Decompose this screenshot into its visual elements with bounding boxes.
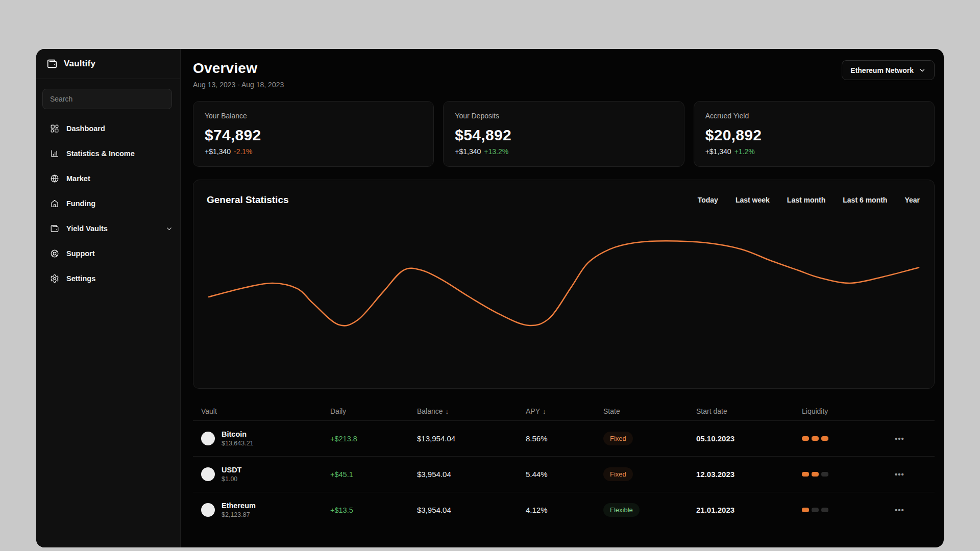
coin-avatar	[201, 503, 215, 517]
tab-last-month[interactable]: Last month	[787, 196, 825, 204]
vault-price: $2,123.87	[222, 511, 256, 518]
tab-last-6-month[interactable]: Last 6 month	[843, 196, 887, 204]
table-row-usdt[interactable]: USDT $1.00 +$45.1 $3,954.04 5.44% Fixed …	[193, 456, 935, 492]
vault-cell: USDT $1.00	[201, 466, 330, 483]
sidebar-item-dashboard[interactable]: Dashboard	[36, 118, 180, 139]
statistics-line-chart	[209, 237, 919, 329]
vault-cell: Ethereum $2,123.87	[201, 502, 330, 518]
gear-icon	[50, 274, 59, 283]
card-value: $54,892	[455, 127, 672, 144]
balance-value: $13,954.04	[417, 434, 526, 443]
liquidity-indicator	[802, 436, 895, 441]
card-label: Your Balance	[205, 112, 422, 120]
start-date: 05.10.2023	[696, 434, 802, 443]
apy-value: 8.56%	[526, 434, 603, 443]
sidebar-item-label: Yield Vaults	[66, 224, 108, 233]
state-badge: Flexible	[603, 503, 640, 517]
column-header-vault: Vault	[201, 407, 330, 415]
start-date: 12.03.2023	[696, 470, 802, 479]
chart-title: General Statistics	[207, 194, 289, 206]
vault-name: USDT	[222, 466, 241, 474]
balance-value: $3,954.04	[417, 506, 526, 514]
table-row-bitcoin[interactable]: Bitcoin $13,643.21 +$213.8 $13,954.04 8.…	[193, 420, 935, 456]
vault-cell: Bitcoin $13,643.21	[201, 430, 330, 447]
life-buoy-icon	[50, 249, 59, 258]
card-delta: +$1,340+1.2%	[705, 147, 923, 156]
sidebar-item-statistics-income[interactable]: Statistics & Income	[36, 143, 180, 164]
row-more-button[interactable]: •••	[895, 506, 904, 514]
sidebar-item-label: Statistics & Income	[66, 149, 135, 158]
card-label: Accrued Yield	[705, 112, 923, 120]
sort-desc-icon: ↓	[446, 408, 449, 415]
card-your-deposits: Your Deposits $54,892 +$1,340+13.2%	[443, 101, 684, 167]
apy-value: 4.12%	[526, 506, 603, 514]
card-value: $74,892	[205, 127, 422, 144]
row-more-button[interactable]: •••	[895, 434, 904, 443]
search-input[interactable]	[42, 89, 172, 109]
vault-name: Ethereum	[222, 502, 256, 510]
column-header-balance[interactable]: Balance↓	[417, 407, 526, 415]
daily-change: +$13.5	[330, 506, 417, 514]
card-accrued-yield: Accrued Yield $20,892 +$1,340+1.2%	[694, 101, 935, 167]
column-header-liquidity: Liquidity	[802, 407, 895, 415]
liquidity-indicator	[802, 472, 895, 477]
card-delta-percent: +13.2%	[484, 147, 508, 156]
vault-name: Bitcoin	[222, 430, 254, 438]
apy-value: 5.44%	[526, 470, 603, 479]
vaults-table: Vault Daily Balance↓ APY↓ State Start da…	[193, 402, 935, 528]
card-your-balance: Your Balance $74,892 +$1,340-2.1%	[193, 101, 434, 167]
sidebar: Vaultify Dashboard Statistics & Income	[36, 49, 181, 547]
sidebar-item-label: Settings	[66, 274, 95, 283]
sidebar-item-settings[interactable]: Settings	[36, 268, 180, 289]
sidebar-item-label: Dashboard	[66, 124, 105, 133]
column-header-apy[interactable]: APY↓	[526, 407, 603, 415]
network-selector-button[interactable]: Ethereum Network	[842, 60, 935, 80]
vault-price: $13,643.21	[222, 440, 254, 447]
page-title: Overview	[193, 60, 284, 77]
sort-desc-icon: ↓	[543, 408, 546, 415]
dashboard-grid-icon	[50, 124, 59, 133]
card-delta-percent: +1.2%	[734, 147, 755, 156]
sidebar-item-yield-vaults[interactable]: Yield Vaults	[36, 218, 180, 239]
state-badge: Fixed	[603, 432, 633, 445]
app-logo: Vaultify	[36, 49, 180, 79]
tab-last-week[interactable]: Last week	[736, 196, 770, 204]
daily-change: +$213.8	[330, 435, 417, 443]
main-content: Overview Aug 13, 2023 - Aug 18, 2023 Eth…	[181, 49, 944, 547]
sidebar-item-label: Support	[66, 249, 95, 258]
stat-cards: Your Balance $74,892 +$1,340-2.1% Your D…	[193, 101, 935, 167]
coin-avatar	[201, 467, 215, 481]
start-date: 21.01.2023	[696, 506, 802, 514]
app-window: Vaultify Dashboard Statistics & Income	[36, 49, 944, 547]
table-row-ethereum[interactable]: Ethereum $2,123.87 +$13.5 $3,954.04 4.12…	[193, 492, 935, 528]
sidebar-nav: Dashboard Statistics & Income Market Fun…	[36, 118, 180, 289]
daily-change: +$45.1	[330, 470, 417, 479]
column-header-daily: Daily	[330, 407, 417, 415]
chart-range-tabs: Today Last week Last month Last 6 month …	[698, 196, 920, 204]
table-header-row: Vault Daily Balance↓ APY↓ State Start da…	[193, 402, 935, 420]
sidebar-item-support[interactable]: Support	[36, 243, 180, 264]
column-header-start-date: Start date	[696, 407, 802, 415]
app-title: Vaultify	[64, 59, 95, 69]
tab-year[interactable]: Year	[904, 196, 920, 204]
sidebar-item-market[interactable]: Market	[36, 168, 180, 189]
sidebar-item-label: Market	[66, 174, 90, 183]
liquidity-indicator	[802, 508, 895, 512]
tab-today[interactable]: Today	[698, 196, 718, 204]
general-statistics-panel: General Statistics Today Last week Last …	[193, 180, 935, 389]
coin-avatar	[201, 432, 215, 445]
chevron-down-icon	[919, 67, 926, 74]
row-more-button[interactable]: •••	[895, 470, 904, 479]
sidebar-item-funding[interactable]: Funding	[36, 193, 180, 214]
balance-value: $3,954.04	[417, 470, 526, 479]
card-delta-percent: -2.1%	[234, 147, 253, 156]
vault-price: $1.00	[222, 475, 241, 483]
chevron-down-icon[interactable]	[165, 225, 173, 233]
column-header-state: State	[603, 407, 696, 415]
sidebar-item-label: Funding	[66, 199, 95, 208]
line-chart-svg	[209, 237, 919, 329]
wallet-icon	[46, 58, 58, 69]
home-icon	[50, 199, 59, 208]
globe-icon	[50, 174, 59, 183]
card-delta: +$1,340-2.1%	[205, 147, 422, 156]
